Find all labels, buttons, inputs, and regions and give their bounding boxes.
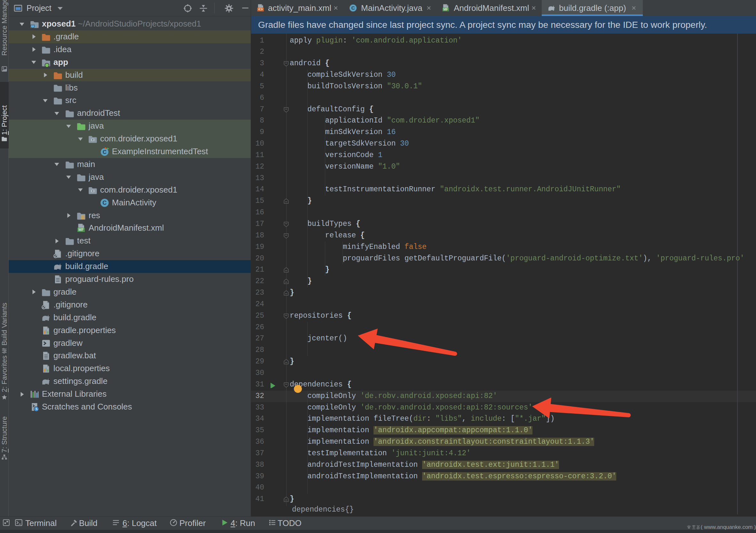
svg-text:C: C: [103, 200, 107, 206]
svg-text:C: C: [351, 5, 355, 11]
svg-text:<>: <>: [258, 7, 263, 12]
svg-text:MF: MF: [78, 228, 84, 232]
svg-text:MF: MF: [443, 8, 448, 11]
svg-text:C: C: [103, 149, 106, 155]
